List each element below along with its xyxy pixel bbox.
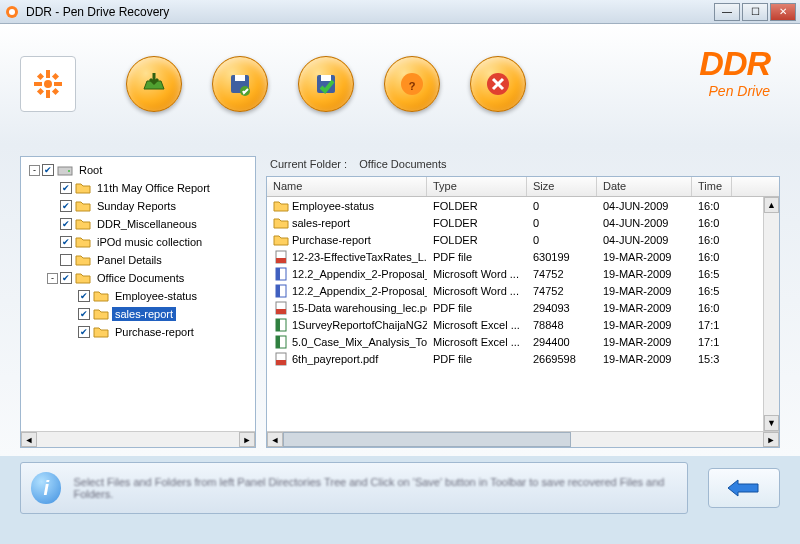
tree-toggle-icon[interactable]: [47, 201, 58, 212]
current-folder-label: Current Folder : Office Documents: [266, 156, 780, 176]
svg-rect-34: [276, 360, 286, 365]
tree-hscrollbar[interactable]: ◄ ►: [21, 431, 255, 447]
tree-checkbox[interactable]: ✔: [78, 290, 90, 302]
svg-rect-26: [276, 285, 280, 297]
list-row[interactable]: 12.2_Appendix_2-Proposal_...Microsoft Wo…: [267, 265, 779, 282]
svg-rect-28: [276, 309, 286, 314]
help-icon: ?: [397, 69, 427, 99]
list-row[interactable]: 12-23-EffectiveTaxRates_L...PDF file6301…: [267, 248, 779, 265]
tree-toggle-icon[interactable]: [47, 237, 58, 248]
tree-toggle-icon[interactable]: -: [29, 165, 40, 176]
tree-item-label: Panel Details: [94, 253, 165, 267]
list-header[interactable]: Name Type Size Date Time: [267, 177, 779, 197]
folder-icon: [75, 181, 91, 195]
tree-item[interactable]: -✔Office Documents: [25, 269, 251, 287]
list-row[interactable]: 12.2_Appendix_2-Proposal_...Microsoft Wo…: [267, 282, 779, 299]
tree-item[interactable]: ✔11th May Office Report: [25, 179, 251, 197]
tree-checkbox[interactable]: ✔: [60, 218, 72, 230]
svg-text:?: ?: [409, 80, 416, 92]
list-row[interactable]: 6th_payreport.pdfPDF file266959819-MAR-2…: [267, 350, 779, 367]
save-button[interactable]: [212, 56, 268, 112]
list-row[interactable]: Employee-statusFOLDER004-JUN-200916:0: [267, 197, 779, 214]
tree-item[interactable]: -✔Root: [25, 161, 251, 179]
tree-checkbox[interactable]: ✔: [60, 200, 72, 212]
maximize-button[interactable]: ☐: [742, 3, 768, 21]
scroll-left-icon[interactable]: ◄: [267, 432, 283, 447]
list-hscrollbar[interactable]: ◄ ►: [267, 431, 779, 447]
brand-main: DDR: [699, 44, 770, 83]
tree-item-label: sales-report: [112, 307, 176, 321]
tree-checkbox[interactable]: ✔: [60, 182, 72, 194]
col-name[interactable]: Name: [267, 177, 427, 196]
tree-toggle-icon[interactable]: [65, 327, 76, 338]
folder-icon: [273, 199, 289, 213]
svg-rect-2: [46, 70, 50, 78]
logo-button[interactable]: [20, 56, 76, 112]
titlebar: DDR - Pen Drive Recovery — ☐ ✕: [0, 0, 800, 24]
svg-rect-12: [235, 75, 245, 81]
folder-icon: [273, 216, 289, 230]
svg-rect-4: [34, 82, 42, 86]
scroll-right-icon[interactable]: ►: [239, 432, 255, 447]
tree-toggle-icon[interactable]: [65, 309, 76, 320]
back-button[interactable]: [708, 468, 780, 508]
tree-toggle-icon[interactable]: [47, 219, 58, 230]
tree-item-label: DDR_Miscellaneous: [94, 217, 200, 231]
drive-icon: [57, 163, 73, 177]
col-type[interactable]: Type: [427, 177, 527, 196]
open-button[interactable]: [126, 56, 182, 112]
hint-text: Select Files and Folders from left Panel…: [73, 476, 677, 500]
svg-rect-7: [52, 73, 59, 80]
scroll-left-icon[interactable]: ◄: [21, 432, 37, 447]
list-row[interactable]: Purchase-reportFOLDER004-JUN-200916:0: [267, 231, 779, 248]
close-button[interactable]: ✕: [770, 3, 796, 21]
tree-item[interactable]: ✔DDR_Miscellaneous: [25, 215, 251, 233]
folder-tree-panel: -✔Root✔11th May Office Report✔Sunday Rep…: [20, 156, 256, 448]
tree-item[interactable]: ✔Sunday Reports: [25, 197, 251, 215]
tree-item-label: Root: [76, 163, 105, 177]
folder-icon: [75, 235, 91, 249]
list-row[interactable]: 15-Data warehousing_lec.pdfPDF file29409…: [267, 299, 779, 316]
back-arrow-icon: [726, 478, 762, 498]
tree-checkbox[interactable]: ✔: [78, 308, 90, 320]
tree-checkbox[interactable]: [60, 254, 72, 266]
tree-toggle-icon[interactable]: -: [47, 273, 58, 284]
tree-toggle-icon[interactable]: [47, 183, 58, 194]
folder-tree[interactable]: -✔Root✔11th May Office Report✔Sunday Rep…: [21, 157, 255, 431]
scroll-up-icon[interactable]: ▲: [764, 197, 779, 213]
tree-toggle-icon[interactable]: [47, 255, 58, 266]
help-button[interactable]: ?: [384, 56, 440, 112]
list-row[interactable]: 1SurveyReportofChaijaNGZ...Microsoft Exc…: [267, 316, 779, 333]
scroll-down-icon[interactable]: ▼: [764, 415, 779, 431]
tree-item[interactable]: ✔Purchase-report: [25, 323, 251, 341]
tree-checkbox[interactable]: ✔: [42, 164, 54, 176]
tree-item[interactable]: ✔iPOd music collection: [25, 233, 251, 251]
scroll-right-icon[interactable]: ►: [763, 432, 779, 447]
minimize-button[interactable]: —: [714, 3, 740, 21]
col-size[interactable]: Size: [527, 177, 597, 196]
list-row[interactable]: sales-reportFOLDER004-JUN-200916:0: [267, 214, 779, 231]
tree-item[interactable]: ✔sales-report: [25, 305, 251, 323]
svg-rect-8: [37, 88, 44, 95]
save-icon: [225, 69, 255, 99]
tree-checkbox[interactable]: ✔: [60, 236, 72, 248]
svg-rect-3: [46, 90, 50, 98]
pdf-icon: [273, 352, 289, 366]
list-row[interactable]: 5.0_Case_Mix_Analysis_To...Microsoft Exc…: [267, 333, 779, 350]
col-date[interactable]: Date: [597, 177, 692, 196]
folder-icon: [93, 325, 109, 339]
svg-rect-6: [37, 73, 44, 80]
tree-toggle-icon[interactable]: [65, 291, 76, 302]
folder-icon: [75, 271, 91, 285]
verify-button[interactable]: [298, 56, 354, 112]
tree-checkbox[interactable]: ✔: [78, 326, 90, 338]
list-vscrollbar[interactable]: ▲ ▼: [763, 197, 779, 431]
svg-rect-5: [54, 82, 62, 86]
tree-item[interactable]: ✔Employee-status: [25, 287, 251, 305]
tree-item[interactable]: Panel Details: [25, 251, 251, 269]
cancel-button[interactable]: [470, 56, 526, 112]
tree-item-label: Purchase-report: [112, 325, 197, 339]
col-time[interactable]: Time: [692, 177, 732, 196]
tree-checkbox[interactable]: ✔: [60, 272, 72, 284]
open-icon: [139, 69, 169, 99]
